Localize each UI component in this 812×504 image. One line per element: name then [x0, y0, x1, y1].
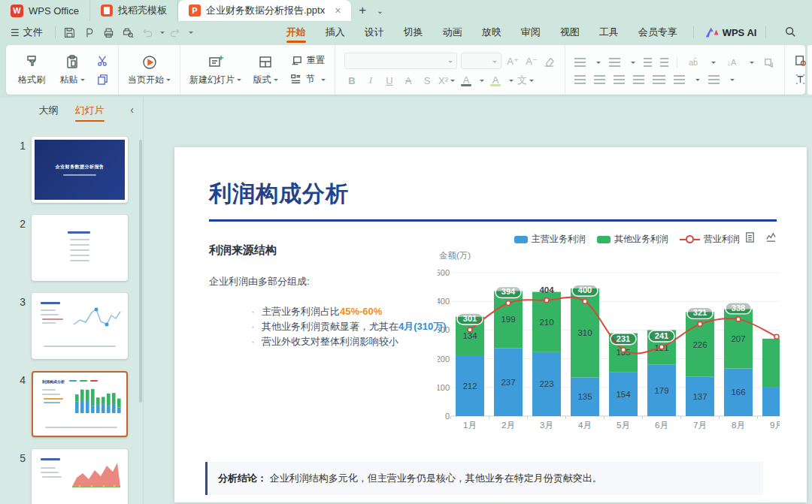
legend-operating-profit[interactable]: 营业利润	[680, 233, 740, 246]
bullet-list-icon[interactable]	[574, 58, 586, 67]
menu-item-4[interactable]: 动画	[433, 21, 472, 44]
legend-line-marker	[680, 235, 700, 243]
tab-wps-home[interactable]: W WPS Office	[0, 0, 90, 21]
file-menu[interactable]: 文件	[23, 26, 43, 39]
undo-button[interactable]	[138, 24, 158, 41]
profit-chart[interactable]: 金额(万)01002003004005002121341月2371992月223…	[438, 248, 780, 436]
menu-item-9[interactable]: 会员专享	[629, 21, 687, 44]
slide-1-thumbnail[interactable]: 企业财务数据分析报告	[32, 137, 128, 203]
bold-button[interactable]: B	[344, 74, 359, 87]
play-from-current-button[interactable]: 当页开始	[128, 54, 171, 86]
align-center-icon[interactable]	[594, 75, 605, 84]
tab-label: 企业财务数据分析报告.pptx	[206, 4, 325, 17]
svg-text:2月: 2月	[501, 421, 515, 430]
italic-button[interactable]: I	[363, 74, 378, 87]
columns-icon[interactable]	[708, 75, 720, 84]
find-replace-icon[interactable]	[794, 54, 807, 67]
more-commands-chevron-icon[interactable]	[185, 24, 195, 41]
bullet-list[interactable]: 主营业务利润占比45%-60% 其他业务利润贡献显著，尤其在4月(310万) 营…	[232, 304, 447, 349]
search-icon[interactable]	[784, 26, 796, 40]
shrink-font-button[interactable]: A⁻	[524, 54, 539, 68]
numbered-list-icon[interactable]	[609, 58, 620, 67]
legend-main-profit[interactable]: 主营业务利润	[514, 233, 586, 246]
save-button[interactable]	[60, 24, 80, 41]
increase-indent-icon[interactable]	[660, 58, 668, 67]
font-color-button[interactable]: A	[459, 74, 474, 87]
distribute-text-icon[interactable]	[653, 75, 665, 84]
text-highlight-button[interactable]: A	[488, 74, 503, 87]
menu-item-5[interactable]: 放映	[472, 21, 511, 44]
slide-3-thumbnail[interactable]	[32, 293, 128, 359]
menu-item-1[interactable]: 插入	[316, 21, 355, 44]
close-tab-icon[interactable]: ×	[335, 5, 341, 17]
hamburger-icon[interactable]: ☰	[11, 27, 19, 38]
superscript-button[interactable]: X²	[438, 74, 455, 87]
print-button[interactable]	[99, 24, 119, 41]
align-left-icon[interactable]	[574, 75, 586, 84]
svg-text:212: 212	[462, 382, 477, 391]
clear-format-icon[interactable]	[543, 55, 556, 68]
cut-icon[interactable]	[96, 54, 109, 67]
grow-font-button[interactable]: A⁺	[505, 54, 520, 68]
undo-chevron-icon[interactable]	[158, 24, 165, 41]
new-slide-button[interactable]: 新建幻灯片	[189, 54, 241, 86]
copy-icon[interactable]	[96, 73, 109, 86]
slide-4-thumbnail-selected[interactable]: 利润构成分析	[32, 371, 128, 437]
text-box-icon[interactable]	[794, 73, 807, 86]
chart-lineview-icon[interactable]	[765, 231, 777, 243]
tab-document[interactable]: P 企业财务数据分析报告.pptx ×	[178, 0, 351, 21]
svg-text:200: 200	[438, 355, 450, 364]
cover-title: 企业财务数据分析报告	[56, 164, 105, 171]
chart-dataview-icon[interactable]	[744, 231, 756, 243]
menu-item-7[interactable]: 视图	[550, 21, 589, 44]
phonetic-guide-button[interactable]: 文	[517, 74, 534, 87]
align-right-icon[interactable]	[614, 75, 625, 84]
underline-button[interactable]: U	[382, 74, 397, 87]
svg-text:226: 226	[692, 340, 707, 349]
print-preview-button[interactable]	[119, 24, 138, 41]
conclusion-box[interactable]: 分析结论： 企业利润结构多元化，但主营业务仍是核心，其他业务在特定月份贡献突出。	[205, 462, 763, 495]
tab-list-chevron-icon[interactable]: ⌄	[374, 0, 386, 21]
redo-button[interactable]	[165, 24, 185, 41]
svg-text:9月: 9月	[770, 421, 780, 430]
collapse-panel-icon[interactable]: ‹	[130, 104, 134, 116]
tab-slides[interactable]: 幻灯片	[75, 104, 105, 117]
char-strike-button[interactable]: A	[401, 74, 416, 87]
wps-ai-button[interactable]: WPS AI	[706, 27, 757, 38]
legend-swatch-blue	[514, 236, 528, 243]
justify-icon[interactable]	[633, 75, 644, 84]
legend-other-profit[interactable]: 其他业务利润	[597, 233, 668, 246]
slide-layout-button[interactable]: 版式	[249, 54, 282, 86]
slide-5-thumbnail[interactable]	[32, 449, 128, 504]
menu-item-2[interactable]: 设计	[355, 21, 394, 44]
text-direction-icon[interactable]: ab̄	[686, 56, 701, 69]
tab-docer-templates[interactable]: 找稻壳模板	[90, 0, 178, 21]
menu-item-3[interactable]: 切换	[394, 21, 433, 44]
replace-fonts-icon[interactable]	[762, 56, 775, 69]
menu-item-0[interactable]: 开始	[277, 21, 316, 44]
current-slide[interactable]: 利润构成分析 利润来源结构 企业利润由多部分组成: 主营业务利润占比45%-60…	[174, 147, 807, 502]
menu-item-6[interactable]: 审阅	[511, 21, 550, 44]
decrease-indent-icon[interactable]	[644, 58, 652, 67]
sidebar-scrollbar[interactable]	[139, 140, 142, 403]
svg-text:100: 100	[438, 383, 450, 392]
tab-outline[interactable]: 大纲	[39, 104, 59, 117]
strikethrough-button[interactable]: S	[420, 74, 435, 87]
reset-button[interactable]: 重置	[290, 54, 325, 67]
font-family-select[interactable]	[344, 53, 457, 69]
font-size-select[interactable]	[461, 53, 501, 69]
new-tab-button[interactable]: +	[351, 0, 374, 21]
intro-text[interactable]: 企业利润由多部分组成:	[209, 275, 310, 288]
line-spacing-icon[interactable]	[674, 75, 685, 84]
char-scale-icon[interactable]: ↓A	[724, 56, 739, 69]
slide-2-thumbnail[interactable]	[32, 215, 128, 281]
svg-text:3月: 3月	[540, 421, 553, 430]
format-painter-button[interactable]: 格式刷	[15, 54, 48, 86]
paste-button[interactable]: 粘贴	[56, 54, 89, 86]
section-heading[interactable]: 利润来源结构	[209, 243, 277, 258]
export-pdf-button[interactable]	[80, 24, 99, 41]
section-button[interactable]: 节	[289, 73, 326, 86]
slide-number: 3	[14, 296, 26, 308]
menu-item-8[interactable]: 工具	[589, 21, 629, 44]
slide-title[interactable]: 利润构成分析	[209, 179, 349, 210]
